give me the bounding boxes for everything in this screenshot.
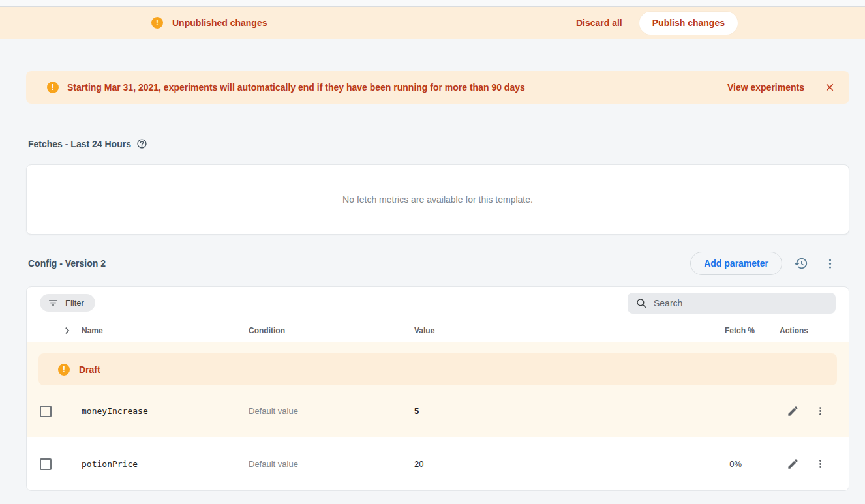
publish-changes-button[interactable]: Publish changes xyxy=(639,12,738,35)
unpublished-changes-bar: Unpublished changes Discard all Publish … xyxy=(0,7,865,39)
draft-banner: Draft xyxy=(38,353,837,385)
help-icon[interactable] xyxy=(136,138,147,149)
parameter-fetch-percent: 0% xyxy=(690,459,755,469)
unpublished-status: Unpublished changes xyxy=(151,17,267,29)
view-experiments-link[interactable]: View experiments xyxy=(727,82,804,93)
warning-icon xyxy=(47,82,59,93)
table-header-row: Name Condition Value Fetch % Actions xyxy=(27,319,849,342)
add-parameter-button[interactable]: Add parameter xyxy=(690,252,782,275)
column-header-actions: Actions xyxy=(755,326,833,335)
table-row: potionPrice Default value 20 0% xyxy=(27,437,849,490)
chevron-right-icon[interactable] xyxy=(61,324,74,337)
notice-actions: View experiments xyxy=(727,82,836,93)
config-table-card: Filter Name Condition Value Fetch % Acti… xyxy=(26,286,849,491)
draft-label: Draft xyxy=(79,364,100,375)
search-input[interactable] xyxy=(654,298,828,308)
filter-label: Filter xyxy=(65,298,84,308)
search-icon xyxy=(635,297,647,309)
unpublished-actions: Discard all Publish changes xyxy=(576,12,738,35)
row-actions xyxy=(755,402,833,421)
filter-chip[interactable]: Filter xyxy=(40,294,95,312)
kebab-menu-icon[interactable] xyxy=(811,402,829,421)
search-box xyxy=(628,293,836,314)
app-header-edge xyxy=(0,0,865,7)
column-header-value: Value xyxy=(414,326,690,335)
kebab-menu-icon[interactable] xyxy=(820,254,840,273)
fetches-title: Fetches - Last 24 Hours xyxy=(28,139,131,149)
empty-metrics-message: No fetch metrics are available for this … xyxy=(342,194,533,205)
parameter-name: potionPrice xyxy=(82,459,249,469)
row-checkbox[interactable] xyxy=(40,458,52,470)
config-actions: Add parameter xyxy=(690,252,840,275)
edit-pencil-icon[interactable] xyxy=(783,455,802,473)
parameter-value: 20 xyxy=(414,459,690,469)
row-checkbox[interactable] xyxy=(40,406,52,417)
draft-section: Draft moneyIncrease Default value 5 xyxy=(27,342,849,437)
config-title: Config - Version 2 xyxy=(28,258,106,269)
warning-icon xyxy=(151,17,163,29)
table-row: moneyIncrease Default value 5 xyxy=(27,385,849,437)
column-header-condition: Condition xyxy=(249,326,414,335)
discard-all-button[interactable]: Discard all xyxy=(576,18,622,28)
history-icon[interactable] xyxy=(791,254,811,273)
edit-pencil-icon[interactable] xyxy=(783,402,802,421)
close-icon[interactable] xyxy=(824,82,836,93)
kebab-menu-icon[interactable] xyxy=(811,455,829,473)
unpublished-message: Unpublished changes xyxy=(172,18,267,28)
parameter-name: moneyIncrease xyxy=(82,406,249,416)
column-header-name: Name xyxy=(82,326,249,335)
parameter-condition: Default value xyxy=(249,459,414,469)
notice-message: Starting Mar 31, 2021, experiments will … xyxy=(67,82,525,93)
config-section-header: Config - Version 2 Add parameter xyxy=(28,252,840,275)
column-header-fetch: Fetch % xyxy=(690,326,755,335)
parameter-value: 5 xyxy=(414,406,690,416)
experiments-notice-banner: Starting Mar 31, 2021, experiments will … xyxy=(26,71,849,104)
parameter-condition: Default value xyxy=(249,406,414,416)
fetch-metrics-card: No fetch metrics are available for this … xyxy=(26,164,849,235)
warning-icon xyxy=(58,364,70,376)
table-toolbar: Filter xyxy=(27,287,849,319)
filter-icon xyxy=(48,297,59,308)
row-actions xyxy=(755,455,833,473)
fetches-section-header: Fetches - Last 24 Hours xyxy=(28,138,865,149)
